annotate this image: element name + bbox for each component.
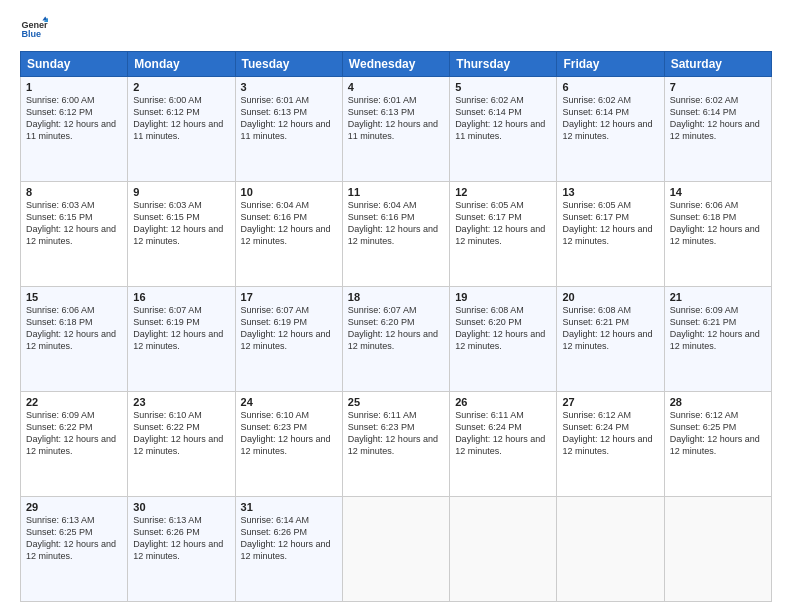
calendar-cell: 27 Sunrise: 6:12 AM Sunset: 6:24 PM Dayl…: [557, 392, 664, 497]
day-number: 12: [455, 186, 551, 198]
day-number: 10: [241, 186, 337, 198]
svg-text:General: General: [21, 20, 48, 30]
logo: General Blue: [20, 15, 48, 43]
day-number: 13: [562, 186, 658, 198]
day-info: Sunrise: 6:09 AM Sunset: 6:21 PM Dayligh…: [670, 304, 766, 353]
calendar-cell: 21 Sunrise: 6:09 AM Sunset: 6:21 PM Dayl…: [664, 287, 771, 392]
day-number: 5: [455, 81, 551, 93]
day-number: 23: [133, 396, 229, 408]
calendar-cell: 16 Sunrise: 6:07 AM Sunset: 6:19 PM Dayl…: [128, 287, 235, 392]
day-number: 7: [670, 81, 766, 93]
calendar-cell: 28 Sunrise: 6:12 AM Sunset: 6:25 PM Dayl…: [664, 392, 771, 497]
day-info: Sunrise: 6:01 AM Sunset: 6:13 PM Dayligh…: [348, 94, 444, 143]
calendar-cell: 2 Sunrise: 6:00 AM Sunset: 6:12 PM Dayli…: [128, 77, 235, 182]
calendar-cell: 23 Sunrise: 6:10 AM Sunset: 6:22 PM Dayl…: [128, 392, 235, 497]
day-number: 15: [26, 291, 122, 303]
day-header-friday: Friday: [557, 52, 664, 77]
day-number: 22: [26, 396, 122, 408]
calendar-cell: 14 Sunrise: 6:06 AM Sunset: 6:18 PM Dayl…: [664, 182, 771, 287]
day-number: 8: [26, 186, 122, 198]
day-header-tuesday: Tuesday: [235, 52, 342, 77]
day-info: Sunrise: 6:09 AM Sunset: 6:22 PM Dayligh…: [26, 409, 122, 458]
calendar-cell: 24 Sunrise: 6:10 AM Sunset: 6:23 PM Dayl…: [235, 392, 342, 497]
calendar-cell: 17 Sunrise: 6:07 AM Sunset: 6:19 PM Dayl…: [235, 287, 342, 392]
day-number: 19: [455, 291, 551, 303]
svg-text:Blue: Blue: [21, 29, 41, 39]
day-number: 4: [348, 81, 444, 93]
calendar-cell: [664, 497, 771, 602]
day-info: Sunrise: 6:13 AM Sunset: 6:26 PM Dayligh…: [133, 514, 229, 563]
calendar-cell: 29 Sunrise: 6:13 AM Sunset: 6:25 PM Dayl…: [21, 497, 128, 602]
day-info: Sunrise: 6:05 AM Sunset: 6:17 PM Dayligh…: [562, 199, 658, 248]
calendar-cell: 30 Sunrise: 6:13 AM Sunset: 6:26 PM Dayl…: [128, 497, 235, 602]
calendar-cell: 26 Sunrise: 6:11 AM Sunset: 6:24 PM Dayl…: [450, 392, 557, 497]
calendar-cell: 12 Sunrise: 6:05 AM Sunset: 6:17 PM Dayl…: [450, 182, 557, 287]
day-info: Sunrise: 6:00 AM Sunset: 6:12 PM Dayligh…: [133, 94, 229, 143]
day-info: Sunrise: 6:06 AM Sunset: 6:18 PM Dayligh…: [670, 199, 766, 248]
day-number: 9: [133, 186, 229, 198]
day-number: 2: [133, 81, 229, 93]
day-number: 11: [348, 186, 444, 198]
day-info: Sunrise: 6:12 AM Sunset: 6:24 PM Dayligh…: [562, 409, 658, 458]
day-info: Sunrise: 6:05 AM Sunset: 6:17 PM Dayligh…: [455, 199, 551, 248]
calendar-cell: 11 Sunrise: 6:04 AM Sunset: 6:16 PM Dayl…: [342, 182, 449, 287]
day-info: Sunrise: 6:07 AM Sunset: 6:19 PM Dayligh…: [133, 304, 229, 353]
calendar-cell: 3 Sunrise: 6:01 AM Sunset: 6:13 PM Dayli…: [235, 77, 342, 182]
day-info: Sunrise: 6:10 AM Sunset: 6:23 PM Dayligh…: [241, 409, 337, 458]
calendar-cell: 8 Sunrise: 6:03 AM Sunset: 6:15 PM Dayli…: [21, 182, 128, 287]
calendar-cell: 7 Sunrise: 6:02 AM Sunset: 6:14 PM Dayli…: [664, 77, 771, 182]
day-info: Sunrise: 6:11 AM Sunset: 6:23 PM Dayligh…: [348, 409, 444, 458]
day-info: Sunrise: 6:04 AM Sunset: 6:16 PM Dayligh…: [348, 199, 444, 248]
day-info: Sunrise: 6:03 AM Sunset: 6:15 PM Dayligh…: [133, 199, 229, 248]
day-number: 14: [670, 186, 766, 198]
calendar-cell: 31 Sunrise: 6:14 AM Sunset: 6:26 PM Dayl…: [235, 497, 342, 602]
day-number: 25: [348, 396, 444, 408]
day-number: 6: [562, 81, 658, 93]
day-info: Sunrise: 6:12 AM Sunset: 6:25 PM Dayligh…: [670, 409, 766, 458]
calendar-cell: [450, 497, 557, 602]
calendar-cell: 22 Sunrise: 6:09 AM Sunset: 6:22 PM Dayl…: [21, 392, 128, 497]
day-header-saturday: Saturday: [664, 52, 771, 77]
day-number: 20: [562, 291, 658, 303]
day-header-sunday: Sunday: [21, 52, 128, 77]
calendar-cell: [342, 497, 449, 602]
day-info: Sunrise: 6:08 AM Sunset: 6:20 PM Dayligh…: [455, 304, 551, 353]
day-info: Sunrise: 6:07 AM Sunset: 6:20 PM Dayligh…: [348, 304, 444, 353]
day-header-thursday: Thursday: [450, 52, 557, 77]
calendar-cell: 10 Sunrise: 6:04 AM Sunset: 6:16 PM Dayl…: [235, 182, 342, 287]
day-number: 27: [562, 396, 658, 408]
day-info: Sunrise: 6:14 AM Sunset: 6:26 PM Dayligh…: [241, 514, 337, 563]
day-number: 28: [670, 396, 766, 408]
day-number: 16: [133, 291, 229, 303]
day-info: Sunrise: 6:06 AM Sunset: 6:18 PM Dayligh…: [26, 304, 122, 353]
day-info: Sunrise: 6:02 AM Sunset: 6:14 PM Dayligh…: [670, 94, 766, 143]
calendar-table: SundayMondayTuesdayWednesdayThursdayFrid…: [20, 51, 772, 602]
day-header-monday: Monday: [128, 52, 235, 77]
day-info: Sunrise: 6:13 AM Sunset: 6:25 PM Dayligh…: [26, 514, 122, 563]
day-info: Sunrise: 6:00 AM Sunset: 6:12 PM Dayligh…: [26, 94, 122, 143]
day-number: 30: [133, 501, 229, 513]
day-info: Sunrise: 6:02 AM Sunset: 6:14 PM Dayligh…: [455, 94, 551, 143]
day-info: Sunrise: 6:01 AM Sunset: 6:13 PM Dayligh…: [241, 94, 337, 143]
day-number: 26: [455, 396, 551, 408]
day-info: Sunrise: 6:07 AM Sunset: 6:19 PM Dayligh…: [241, 304, 337, 353]
calendar-cell: 20 Sunrise: 6:08 AM Sunset: 6:21 PM Dayl…: [557, 287, 664, 392]
day-number: 24: [241, 396, 337, 408]
calendar-cell: 9 Sunrise: 6:03 AM Sunset: 6:15 PM Dayli…: [128, 182, 235, 287]
calendar-cell: 25 Sunrise: 6:11 AM Sunset: 6:23 PM Dayl…: [342, 392, 449, 497]
calendar-cell: 1 Sunrise: 6:00 AM Sunset: 6:12 PM Dayli…: [21, 77, 128, 182]
day-info: Sunrise: 6:08 AM Sunset: 6:21 PM Dayligh…: [562, 304, 658, 353]
calendar-cell: 5 Sunrise: 6:02 AM Sunset: 6:14 PM Dayli…: [450, 77, 557, 182]
calendar-cell: [557, 497, 664, 602]
day-number: 3: [241, 81, 337, 93]
day-info: Sunrise: 6:10 AM Sunset: 6:22 PM Dayligh…: [133, 409, 229, 458]
calendar-cell: 4 Sunrise: 6:01 AM Sunset: 6:13 PM Dayli…: [342, 77, 449, 182]
day-number: 29: [26, 501, 122, 513]
day-number: 18: [348, 291, 444, 303]
day-number: 21: [670, 291, 766, 303]
day-number: 17: [241, 291, 337, 303]
calendar-cell: 18 Sunrise: 6:07 AM Sunset: 6:20 PM Dayl…: [342, 287, 449, 392]
day-number: 1: [26, 81, 122, 93]
day-info: Sunrise: 6:11 AM Sunset: 6:24 PM Dayligh…: [455, 409, 551, 458]
calendar-cell: 19 Sunrise: 6:08 AM Sunset: 6:20 PM Dayl…: [450, 287, 557, 392]
